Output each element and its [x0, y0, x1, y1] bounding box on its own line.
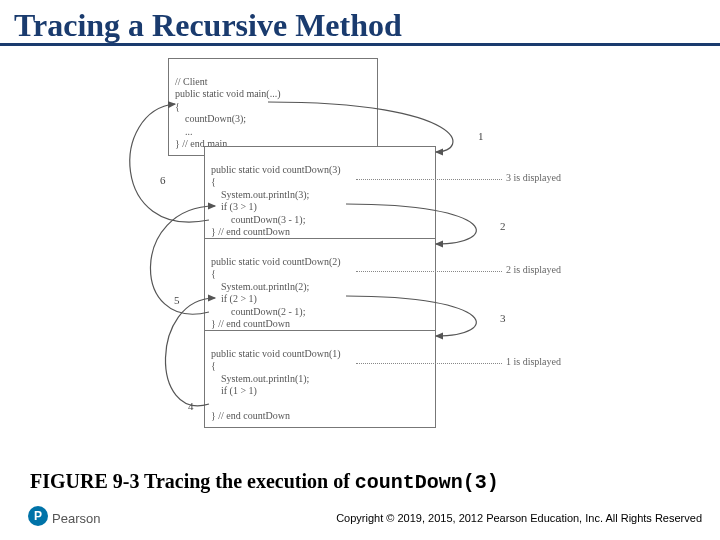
step-label-2: 2	[500, 220, 506, 232]
code-brace: {	[211, 268, 216, 279]
code-box-cd2: public static void countDown(2) { System…	[204, 238, 436, 336]
note-1-displayed: 1 is displayed	[506, 356, 561, 367]
code-brace: {	[175, 101, 180, 112]
dots-cd3	[356, 179, 502, 180]
code-brace: {	[211, 360, 216, 371]
slide-title: Tracing a Recursive Method	[0, 0, 720, 46]
code-if: if (2 > 1)	[211, 293, 257, 304]
code-sig: public static void main(...)	[175, 88, 281, 99]
code-box-main: // Client public static void main(...) {…	[168, 58, 378, 156]
brand-name: Pearson	[52, 511, 100, 526]
code-if: if (1 > 1)	[211, 385, 257, 396]
code-box-cd1: public static void countDown(1) { System…	[204, 330, 436, 428]
step-label-6: 6	[160, 174, 166, 186]
figure-caption: FIGURE 9-3 Tracing the execution of coun…	[30, 470, 499, 494]
code-close: } // end countDown	[211, 318, 290, 329]
dots-cd1	[356, 363, 502, 364]
code-sig: public static void countDown(3)	[211, 164, 341, 175]
code-if: if (3 > 1)	[211, 201, 257, 212]
code-close: } // end countDown	[211, 410, 290, 421]
code-brace: {	[211, 176, 216, 187]
code-ellipsis: ...	[175, 126, 193, 137]
code-call: countDown(3);	[175, 113, 246, 124]
code-box-cd3: public static void countDown(3) { System…	[204, 146, 436, 244]
step-label-1: 1	[478, 130, 484, 142]
code-comment: // Client	[175, 76, 208, 87]
caption-prefix: FIGURE 9-3 Tracing the execution of	[30, 470, 355, 492]
step-label-4: 4	[188, 400, 194, 412]
code-print: System.out.println(1);	[211, 373, 309, 384]
code-print: System.out.println(3);	[211, 189, 309, 200]
note-2-displayed: 2 is displayed	[506, 264, 561, 275]
dots-cd2	[356, 271, 502, 272]
trace-diagram: // Client public static void main(...) {…	[0, 52, 720, 462]
caption-code: countDown(3)	[355, 471, 499, 494]
copyright-text: Copyright © 2019, 2015, 2012 Pearson Edu…	[336, 512, 702, 524]
note-3-displayed: 3 is displayed	[506, 172, 561, 183]
step-label-3: 3	[500, 312, 506, 324]
code-sig: public static void countDown(1)	[211, 348, 341, 359]
code-close: } // end countDown	[211, 226, 290, 237]
code-print: System.out.println(2);	[211, 281, 309, 292]
code-sig: public static void countDown(2)	[211, 256, 341, 267]
step-label-5: 5	[174, 294, 180, 306]
code-rec: countDown(2 - 1);	[211, 306, 305, 317]
code-rec: countDown(3 - 1);	[211, 214, 305, 225]
pearson-logo: P	[28, 506, 48, 526]
